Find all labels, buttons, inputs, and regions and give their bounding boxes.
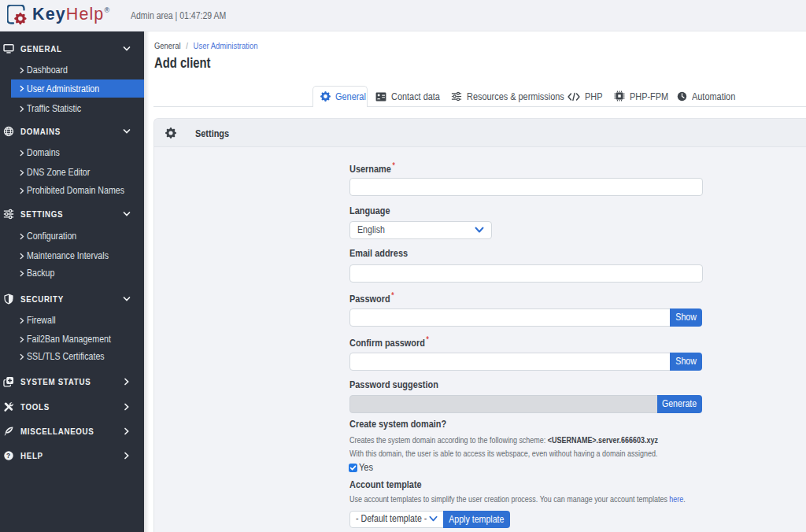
svg-text:?: ? — [6, 452, 11, 460]
